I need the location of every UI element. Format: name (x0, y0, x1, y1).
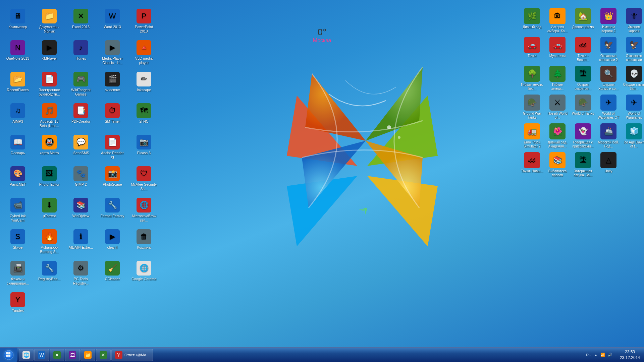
desktop-icon-2gis[interactable]: 🗺 2ГИС (129, 101, 158, 131)
desktop-icon-right-zateryannaya[interactable]: 🏝 Затерянная лагуна. За... (571, 151, 595, 179)
icon-img-sm-biblioteka: 📚 (549, 152, 566, 168)
desktop-icon-right-otvajnye2[interactable]: 🦅 Отважные спасатели 2 (596, 36, 621, 64)
desktop-icon-right-iceage[interactable]: 🧊 Ice Age Dawn of t... (622, 122, 644, 150)
desktop-icon-electronnote[interactable]: 📄 Электронное руководств... (35, 70, 64, 100)
desktop-icon-right-eurotruck[interactable]: 🚛 Euro Truck Simulator 2 (520, 122, 544, 150)
desktop-icon-smtimer[interactable]: ⏱ SM Timer (98, 101, 127, 131)
taskbar-item-word[interactable]: W (34, 349, 49, 361)
taskbar-clock[interactable]: 23:53 23.12.2014 (616, 349, 644, 361)
desktop-icon-pdfcreator[interactable]: 📑 PDFCreator (66, 101, 95, 131)
desktop-icon-inkscape[interactable]: ✏ Inkscape (129, 70, 158, 100)
desktop-icon-wildtangent[interactable]: 🎮 WildTangent Games (66, 70, 95, 100)
icon-img-aida64: ℹ (73, 229, 88, 244)
desktop-icon-photoscape[interactable]: 📸 PhotoScape (98, 164, 127, 194)
icon-label-sm-morskoy: Морской бой. Под... (597, 140, 620, 148)
desktop-icon-documents[interactable]: 📁 Документы - Ярлык (35, 7, 64, 37)
icon-img-sm-tachki_vesel: 🏎 (575, 37, 591, 53)
desktop-icon-right-tachki_vesel[interactable]: 🏎 Тачки - Весел... (571, 36, 595, 64)
desktop-icon-powerpoint2013[interactable]: P PowerPoint 2013 (129, 7, 158, 37)
desktop-icon-right-worldofwarplanes_ct[interactable]: ✈ World of Warplanes CT (596, 93, 621, 121)
desktop-icon-right-giblye[interactable]: 🌲 Гибкие земли... (545, 64, 570, 93)
desktop-icon-picasa[interactable]: 📷 Picasa 3 (129, 133, 158, 163)
desktop-icon-onenote2013[interactable]: N OneNote 2013 (3, 38, 32, 68)
desktop-icon-right-worldoftanks[interactable]: 🪖 World of Tanks (571, 93, 595, 121)
desktop-icon-right-istoriya[interactable]: 🏚 История амбара. Ко... (545, 7, 570, 35)
taskbar-item-img_viewer[interactable]: 🖼 (65, 349, 80, 361)
desktop-icon-excel2013[interactable]: ✕ Excel 2013 (66, 7, 95, 37)
desktop-icon-skype[interactable]: S Skype (3, 227, 32, 257)
desktop-icon-yandex[interactable]: Y Yandex (3, 290, 32, 320)
desktop-icon-right-divnoe[interactable]: 🏡 Дивное ранчо (571, 7, 595, 35)
taskbar-item-excel2[interactable]: ✕ (96, 349, 111, 361)
desktop-icon-recentplaces[interactable]: 📂 RecentPlaces (3, 70, 32, 100)
icon-img-sm-giblye: 🌲 (549, 66, 566, 82)
desktop-icon-right-sherlok[interactable]: 🔍 Шерлок Холмс и со... (596, 64, 621, 93)
desktop-icon-right-divniy_sad[interactable]: 🌿 Дивный сад (520, 7, 544, 35)
desktop-icon-right-otvajnye[interactable]: 🦅 Отважные спасатели (622, 36, 644, 64)
tray-volume[interactable]: 🔊 (608, 353, 612, 357)
desktop-icon-clearfi[interactable]: ▶ clear.fi (98, 227, 127, 257)
desktop-icon-avidemux[interactable]: 🎬 avidemux (98, 70, 127, 100)
desktop-icon-vlc[interactable]: 🔺 VLC media player (129, 38, 158, 68)
desktop-icon-recycle[interactable]: 🗑 Корзина (129, 227, 158, 257)
icon-img-ashampoo: 🔥 (42, 229, 57, 244)
tray-language[interactable]: RU (586, 353, 591, 357)
icon-img-smtimer: ⏱ (105, 103, 120, 118)
desktop-icon-registryboost[interactable]: 🔧 RegistryBoo... (35, 259, 64, 289)
desktop-icon-mcafee[interactable]: 🛡 McAfee Security Sc... (129, 164, 158, 194)
desktop-icon-aida64[interactable]: ℹ AIDA64 Extre... (66, 227, 95, 257)
desktop-icon-right-tachki_new[interactable]: 🏎 Тачки. Новы... (520, 151, 544, 179)
taskbar-item-excel_task[interactable]: ✕ (50, 349, 64, 361)
desktop-icon-utorrent[interactable]: ⬇ µTorrent (35, 196, 64, 226)
desktop-icon-right-divniy_akad[interactable]: 🌺 Дивный сад. Академия... (545, 122, 570, 150)
desktop-icon-computer[interactable]: 🖥 Компьютер (3, 7, 32, 37)
desktop-icon-kmplayer[interactable]: ▶ KMPlayer (35, 38, 64, 68)
desktop-icon-right-giblye_bes[interactable]: 🌳 Гибкие земли. Бес... (520, 64, 544, 93)
desktop-icon-mediaplayer[interactable]: ▶ Media Player Classic - H... (98, 38, 127, 68)
desktop-icon-kartametro[interactable]: 🚇 карта Metro (35, 133, 64, 163)
desktop-icon-googlechrome[interactable]: 🌐 Google Chrome (129, 259, 158, 289)
desktop-icon-windjview[interactable]: 📚 WinDjView (66, 196, 95, 226)
desktop-icon-right-morskoy[interactable]: 🚢 Морской бой. Под... (596, 122, 621, 150)
desktop-icon-formatfactory[interactable]: 🔧 Format Factory (98, 196, 127, 226)
desktop-icon-right-serdce[interactable]: 💀 Сердце тьмы. Зап... (622, 64, 644, 93)
taskbar-item-chrome[interactable]: 🌐 (19, 349, 34, 361)
desktop-icon-right-groundwar[interactable]: 🪖 Ground War Tanks (520, 93, 544, 121)
desktop-icon-faxes[interactable]: 📠 Факсы и сканирован... (3, 259, 32, 289)
desktop-icon-right-imenem_korolya2[interactable]: 👑 Именем Короля 2 (596, 7, 621, 35)
desktop-icon-paintnet[interactable]: 🎨 Paint.NET (3, 164, 32, 194)
icon-img-alternativa: 🌐 (137, 198, 151, 213)
desktop-icon-slovar[interactable]: 📖 Словарь (3, 133, 32, 163)
desktop-icon-right-unity[interactable]: △ Unity (596, 151, 621, 179)
desktop-icon-ashampoo[interactable]: 🔥 Ashampoo Burning S... (35, 227, 64, 257)
desktop-icon-right-imenem_korolya[interactable]: 🗡 Именем короля (622, 7, 644, 35)
desktop-icons-left: 🖥 Компьютер 📁 Документы - Ярлык ✕ Excel … (0, 3, 158, 324)
desktop-icon-right-tachki[interactable]: 🚗 Тачки (520, 36, 544, 64)
icon-label-sm-giblye: Гибкие земли... (546, 83, 569, 91)
desktop-icon-right-ostrov[interactable]: 🏝 Остров секретов... (571, 64, 595, 93)
desktop-icon-photoeditor[interactable]: 🖼 Photo! Editor (35, 164, 64, 194)
desktop-icon-adobereader[interactable]: 📄 Adobe Reader XI (98, 133, 127, 163)
desktop-icon-ccleaner[interactable]: 🧹 CCleaner (98, 259, 127, 289)
desktop-icon-aimp3[interactable]: ♫ AIMP3 (3, 101, 32, 131)
desktop-icon-right-worldofwarplanes[interactable]: ✈ World of Warplanes (622, 93, 644, 121)
start-button[interactable] (0, 348, 17, 362)
desktop-icon-gimp2[interactable]: 🐾 GIMP 2 (66, 164, 95, 194)
icon-img-sm-ostrov: 🏝 (575, 66, 591, 82)
desktop-icon-right-govoryaschaya[interactable]: 👻 Говорящая с призраками... (571, 122, 595, 150)
icon-img-sm-worldoftanks: 🪖 (575, 95, 591, 111)
taskbar-item-explorer[interactable]: 📁 (80, 349, 95, 361)
desktop-icon-alternativa[interactable]: 🌐 AlternativaBrowser... (129, 196, 158, 226)
desktop-icon-right-biblioteka[interactable]: 📚 Библиотека пропов (545, 151, 570, 179)
desktop-icon-cyberlink[interactable]: 📹 CyberLink YouCam (3, 196, 32, 226)
taskbar-item-yandex_task[interactable]: Y Ответы@Ма... (111, 349, 153, 361)
desktop-icon-right-multachki[interactable]: 🚗 Мультачки (545, 36, 570, 64)
tray-arrow[interactable]: ▲ (594, 353, 598, 357)
desktop-icon-audacity[interactable]: 🎵 Audacity 13 Beta (Unic... (35, 101, 64, 131)
desktop-icon-itunes[interactable]: ♪ iTunes (66, 38, 95, 68)
desktop-icon-word2013[interactable]: W Word 2013 (98, 7, 127, 37)
desktop-icon-right-noviy_world[interactable]: ⚔ Новый World of... (545, 93, 570, 121)
desktop-icon-isendsms[interactable]: 💬 iSendSMS (66, 133, 95, 163)
icon-label-aida64: AIDA64 Extre... (69, 245, 93, 250)
desktop-icon-pctools[interactable]: ⚙ PC Tools Registry... (66, 259, 95, 289)
